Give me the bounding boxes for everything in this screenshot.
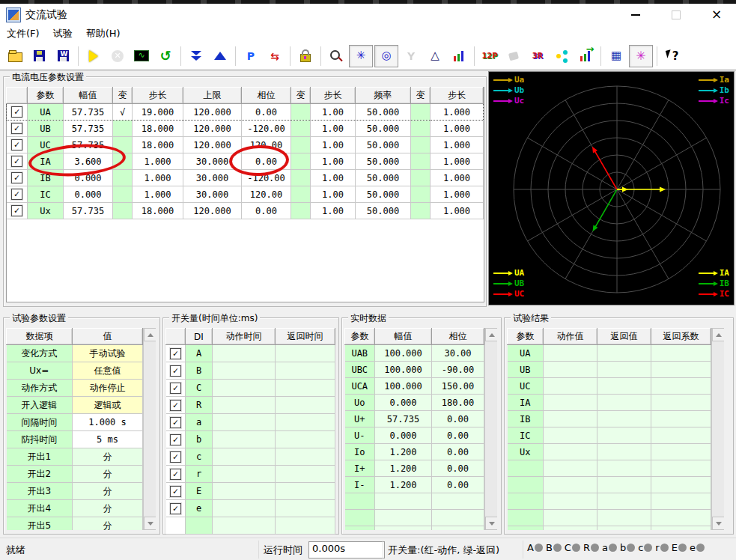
phase-p-icon[interactable]: P xyxy=(240,46,262,67)
cell[interactable]: UCA xyxy=(345,378,375,395)
cell[interactable] xyxy=(597,460,651,477)
menu-item[interactable]: 试验 xyxy=(46,25,79,42)
cell[interactable] xyxy=(345,526,375,531)
cell[interactable]: E xyxy=(186,483,213,500)
scroll-down-icon[interactable] xyxy=(485,517,497,530)
cell[interactable] xyxy=(276,362,335,380)
close-button[interactable]: × xyxy=(700,4,733,25)
cell[interactable]: -120.00 xyxy=(242,121,291,137)
cell[interactable]: 间隔时间 xyxy=(7,414,73,431)
cell[interactable]: 1.000 xyxy=(133,153,183,170)
cell[interactable] xyxy=(276,345,335,362)
cell[interactable] xyxy=(113,203,133,219)
cell[interactable]: 3.600 xyxy=(64,153,113,170)
star-view-icon[interactable]: ✳ xyxy=(349,45,373,67)
cell[interactable]: 1.000 xyxy=(431,137,484,153)
cell[interactable] xyxy=(213,345,276,362)
cell[interactable]: 防抖时间 xyxy=(7,431,73,448)
cell[interactable] xyxy=(651,427,711,444)
row-checkbox[interactable]: ✓ xyxy=(11,189,22,200)
cell[interactable]: 50.000 xyxy=(356,121,411,137)
cell[interactable] xyxy=(291,203,311,219)
cell[interactable]: 1.000 xyxy=(431,203,484,219)
cell[interactable]: 0.00 xyxy=(432,444,484,460)
cell[interactable]: c xyxy=(186,448,213,466)
cell[interactable]: UC xyxy=(28,137,64,153)
cell[interactable] xyxy=(411,104,431,121)
cell[interactable] xyxy=(276,448,335,466)
cell[interactable]: 50.000 xyxy=(356,170,411,186)
cell[interactable]: A xyxy=(186,345,213,362)
cell[interactable] xyxy=(597,411,651,427)
cell[interactable]: 30.000 xyxy=(183,153,242,170)
cell[interactable] xyxy=(213,466,276,483)
cell[interactable]: 57.735 xyxy=(64,203,113,219)
delta-connection-icon[interactable]: △ xyxy=(424,46,446,67)
cell[interactable]: U- xyxy=(345,427,375,444)
realtime-scrollbar[interactable] xyxy=(484,328,497,530)
row-checkbox[interactable]: ✓ xyxy=(170,365,181,377)
cell[interactable] xyxy=(375,510,432,526)
cell[interactable]: 50.000 xyxy=(356,186,411,203)
cell[interactable]: 18.000 xyxy=(133,137,183,153)
cell[interactable]: R xyxy=(186,397,213,414)
cell[interactable]: 50.000 xyxy=(356,137,411,153)
cell[interactable]: r xyxy=(186,466,213,483)
column-header[interactable]: 上限 xyxy=(183,88,242,104)
cell[interactable]: 120.000 xyxy=(183,137,242,153)
cell[interactable]: 0.000 xyxy=(375,427,432,444)
cell[interactable]: UA xyxy=(508,345,544,362)
cell[interactable] xyxy=(345,510,375,526)
cell[interactable] xyxy=(597,444,651,460)
cell[interactable]: 1.00 xyxy=(311,153,356,170)
cell[interactable]: Uo xyxy=(345,395,375,411)
cell[interactable] xyxy=(597,378,651,395)
cell[interactable]: UB xyxy=(508,362,544,378)
cell[interactable]: 50.000 xyxy=(356,104,411,121)
cell[interactable] xyxy=(544,411,597,427)
cell[interactable] xyxy=(508,460,544,477)
cell[interactable]: IC xyxy=(508,427,544,444)
cell[interactable] xyxy=(651,477,711,493)
node-diagram-icon[interactable] xyxy=(550,46,573,67)
row-checkbox[interactable]: ✓ xyxy=(170,469,181,480)
cell[interactable]: 1.00 xyxy=(311,186,356,203)
results-scrollbar[interactable] xyxy=(711,328,724,530)
cell[interactable]: 0.00 xyxy=(242,104,291,121)
cell[interactable]: 动作停止 xyxy=(73,380,143,397)
cell[interactable] xyxy=(651,345,711,362)
row-checkbox[interactable]: ✓ xyxy=(170,348,181,359)
cell[interactable]: 任意值 xyxy=(73,362,143,380)
cell[interactable]: Io xyxy=(345,444,375,460)
cell[interactable]: 1.00 xyxy=(311,203,356,219)
cell[interactable] xyxy=(213,517,276,535)
minimize-button[interactable] xyxy=(619,4,652,25)
cell[interactable] xyxy=(508,493,544,510)
cell[interactable]: 1.00 xyxy=(311,121,356,137)
cell[interactable] xyxy=(432,493,484,510)
cell[interactable]: 0.000 xyxy=(64,170,113,186)
cell[interactable]: Ux xyxy=(28,203,64,219)
cell[interactable] xyxy=(544,477,597,493)
menu-item[interactable]: 文件(F) xyxy=(0,25,46,42)
cell[interactable] xyxy=(276,414,335,431)
export-chart-icon[interactable] xyxy=(574,46,597,67)
cell[interactable]: 分 xyxy=(73,500,143,517)
cell[interactable] xyxy=(411,186,431,203)
cell[interactable]: 1.000 xyxy=(431,153,484,170)
cell[interactable]: UA xyxy=(28,104,64,121)
cell[interactable] xyxy=(276,397,335,414)
row-checkbox[interactable]: ✓ xyxy=(11,123,22,134)
cell[interactable] xyxy=(291,186,311,203)
column-header[interactable] xyxy=(7,88,28,104)
cell[interactable]: UB xyxy=(28,121,64,137)
cell[interactable]: 57.735 xyxy=(64,137,113,153)
cell[interactable] xyxy=(544,427,597,444)
cell[interactable]: 57.735 xyxy=(64,104,113,121)
row-checkbox[interactable]: ✓ xyxy=(11,172,22,183)
cell[interactable]: 30.000 xyxy=(183,186,242,203)
cell[interactable]: -120.00 xyxy=(242,170,291,186)
cell[interactable]: 分 xyxy=(73,448,143,466)
cell[interactable] xyxy=(651,526,711,531)
cell[interactable] xyxy=(213,397,276,414)
